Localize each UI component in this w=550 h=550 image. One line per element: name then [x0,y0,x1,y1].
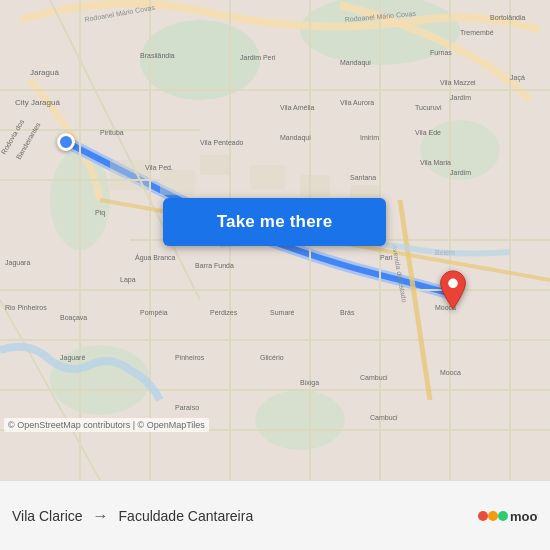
svg-text:Rio Pinheiros: Rio Pinheiros [5,304,47,311]
svg-point-86 [498,511,508,521]
svg-rect-30 [300,175,330,197]
bottom-bar: Vila Clarice → Faculdade Cantareira moov… [0,480,550,550]
svg-text:Mandaqui: Mandaqui [280,134,311,142]
svg-text:Sumaré: Sumaré [270,309,295,316]
svg-text:Vila Maria: Vila Maria [420,159,451,166]
svg-text:Vila Mazzei: Vila Mazzei [440,79,476,86]
svg-text:Jardim Peri: Jardim Peri [240,54,276,61]
svg-text:Jaraguá: Jaraguá [30,68,59,77]
svg-text:Jaguara: Jaguara [5,259,30,267]
svg-text:Vila Ede: Vila Ede [415,129,441,136]
svg-text:Imirim: Imirim [360,134,379,141]
svg-point-83 [448,279,458,289]
svg-text:Boaçava: Boaçava [60,314,87,322]
svg-text:Cambuci: Cambuci [370,414,398,421]
svg-text:Jaçá: Jaçá [510,74,525,82]
svg-rect-28 [200,155,230,175]
to-location: Faculdade Cantareira [119,508,254,524]
svg-text:Glicério: Glicério [260,354,284,361]
origin-pin [57,133,75,151]
svg-rect-29 [250,165,285,190]
svg-text:Vila Amélia: Vila Amélia [280,104,315,111]
svg-text:Tremembé: Tremembé [460,29,494,36]
svg-text:Pirituba: Pirituba [100,129,124,136]
svg-text:Jaguaré: Jaguaré [60,354,85,362]
svg-text:Pompéia: Pompéia [140,309,168,317]
svg-text:Brasilândia: Brasilândia [140,52,175,59]
svg-text:Jardim: Jardim [450,169,471,176]
svg-text:Piq: Piq [95,209,105,217]
svg-text:Mooca: Mooca [440,369,461,376]
svg-text:moovit: moovit [510,509,538,524]
svg-text:Mandaqui: Mandaqui [340,59,371,67]
svg-point-84 [478,511,488,521]
svg-text:Cambuci: Cambuci [360,374,388,381]
svg-point-85 [488,511,498,521]
svg-text:Jardim: Jardim [450,94,471,101]
take-me-there-label: Take me there [217,212,333,232]
svg-text:Paraíso: Paraíso [175,404,199,411]
svg-text:Lapa: Lapa [120,276,136,284]
svg-text:Perdizes: Perdizes [210,309,238,316]
svg-text:Tucuruvi: Tucuruvi [415,104,442,111]
svg-text:Brás: Brás [340,309,355,316]
svg-text:Pinheiros: Pinheiros [175,354,205,361]
map-attribution: © OpenStreetMap contributors | © OpenMap… [4,418,209,432]
svg-text:Bortolândia: Bortolândia [490,14,526,21]
svg-text:Água Branca: Água Branca [135,253,176,262]
svg-text:Vila Ped.: Vila Ped. [145,164,173,171]
svg-text:Vila Penteado: Vila Penteado [200,139,244,146]
svg-rect-26 [110,160,150,190]
destination-pin [438,270,468,314]
svg-point-6 [255,390,345,450]
take-me-there-button[interactable]: Take me there [163,198,386,246]
from-location: Vila Clarice [12,508,83,524]
svg-rect-27 [160,170,195,195]
svg-text:Pari: Pari [380,254,393,261]
svg-text:Vila Aurora: Vila Aurora [340,99,374,106]
arrow-icon: → [93,507,109,525]
svg-text:City Jaraguá: City Jaraguá [15,98,60,107]
moovit-logo: moovit [478,504,538,528]
svg-text:Santana: Santana [350,174,376,181]
svg-text:Barra Funda: Barra Funda [195,262,234,269]
map-container: Jaraguá Brasilândia Jardim Peri Mandaqui… [0,0,550,480]
svg-text:Bixiga: Bixiga [300,379,319,387]
svg-text:Furnas: Furnas [430,49,452,56]
